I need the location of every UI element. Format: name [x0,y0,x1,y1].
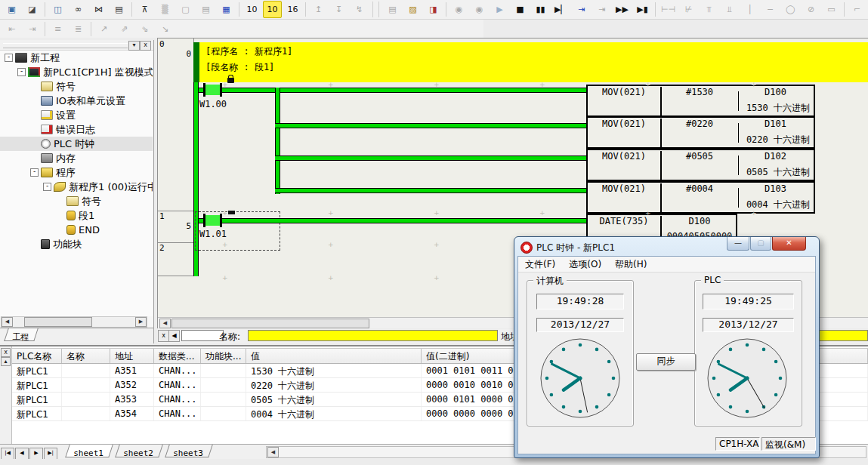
tree-item-符号[interactable]: 符号 [0,79,153,94]
contact-label: W1.00 [187,99,239,109]
expander-icon[interactable]: - [17,68,26,76]
tools-icon[interactable]: ◪ [23,1,42,18]
watch-cell: A353 [110,393,154,406]
grid-mark: + [328,81,334,88]
scan-run-icon[interactable]: ▶▮ [633,1,652,18]
grid-mark: + [645,81,651,88]
step-into-icon[interactable]: ⇥ [572,1,591,18]
tree-item-新PLC1[CP1H] 监视模式[interactable]: -新PLC1[CP1H] 监视模式 [0,65,153,79]
workspace-close-icon[interactable]: x [140,41,151,51]
tree-item-PLC 时钟[interactable]: PLC 时钟 [0,137,153,151]
name-field[interactable] [248,330,498,341]
watch-column-header[interactable]: 值 [246,349,422,363]
tree-horizontal-scrollbar[interactable]: ◀ ▶ [1,316,147,328]
expander-icon[interactable]: - [30,168,39,177]
menu-file[interactable]: 文件(F) [518,258,562,271]
expander-icon[interactable]: - [43,183,51,191]
dialog-titlebar[interactable]: PLC 时钟 - 新PLC1 [520,241,615,254]
watch-cell [201,364,246,377]
watch-column-header[interactable]: 数据类... [154,349,201,363]
rung-margin: 0 0 1 5 2 [158,38,194,276]
watch-column-header[interactable]: PLC名称 [12,349,62,363]
sheet-nav-icon[interactable]: ▶ [29,448,43,460]
menu-help[interactable]: 帮助(H) [608,258,653,271]
decimal-monitor-icon[interactable]: 10 [242,1,261,18]
tree-item-程序[interactable]: -程序 [0,165,153,180]
tree-item-label: 错误日志 [56,123,95,137]
tree-item-新工程[interactable]: -新工程 [0,51,153,65]
binary-monitor-icon[interactable]: ▦ [217,1,236,18]
continuous-step-icon[interactable]: ▶▶ [613,1,632,18]
sheet-nav-icon[interactable]: ▶| [44,448,57,460]
scroll-left-icon[interactable]: ◀ [267,447,279,457]
tree-item-IO表和单元设置[interactable]: IO表和单元设置 [0,94,153,108]
watch-collapse-icon[interactable]: ▴ [1,357,11,366]
transfer-changes-icon[interactable]: ◨ [424,1,443,18]
scroll-left-icon[interactable]: ◀ [159,319,171,328]
sheet-tab-sheet1[interactable]: sheet1 [65,445,113,457]
tree-item-功能块[interactable]: 功能块 [0,237,153,251]
tree-item-错误日志[interactable]: 错误日志 [0,122,153,137]
close-bar-icon[interactable]: x [158,330,169,342]
instruction-block-MOV(021)[interactable]: MOV(021)#0505D1020505 十六进制 [586,149,815,181]
workspace-grip[interactable]: ▾ x [0,40,153,51]
instruction-icon: ▭ [822,1,841,18]
watch-window-icon[interactable]: ⊼ [135,1,154,18]
plc-clock-dialog[interactable]: PLC 时钟 - 新PLC1 — ▢ ✕ 文件(F) 选项(O) 帮助(H) 计… [514,236,820,458]
rung-margin-cell: 2 [158,242,193,276]
watch-cell: 1530 十六进制 [246,364,422,377]
decimal-force-icon[interactable]: 10 [263,1,282,18]
monitor-view-icon[interactable]: ◫ [48,1,67,18]
instruction-name: MOV(021) [588,119,662,148]
properties-icon[interactable]: ▤ [110,1,128,18]
online-edit-icon[interactable]: ▨ [403,1,422,18]
project-view-icon[interactable]: ▣ [2,1,21,18]
tree-item-段1[interactable]: 段1 [0,208,153,223]
branch-vertical-line [275,88,280,194]
scroll-left-icon[interactable]: ◀ [2,317,13,327]
scroll-right-icon[interactable]: ▶ [135,317,147,327]
contact-label: W1.01 [187,229,239,239]
expander-icon[interactable]: - [5,54,13,62]
tab-project[interactable]: 工程 [4,328,39,341]
find-icon[interactable]: ∞ [69,1,88,18]
collapse-bar-icon[interactable]: ◀ [168,330,180,342]
watch-column-header[interactable]: 地址 [110,349,154,363]
computer-time: 19:49:28 [536,294,624,309]
work-online-icon[interactable]: ⋈ [89,1,108,18]
tree-item-符号[interactable]: 符号 [0,194,153,208]
rung-comment-block[interactable]: [程序名 : 新程序1] [段名称 : 段1] [199,42,868,82]
instruction-block-MOV(021)[interactable]: MOV(021)#0220D1010220 十六进制 [586,116,815,149]
watch-cell: A351 [110,364,154,377]
tree-item-label: 新PLC1[CP1H] 监视模式 [43,66,153,79]
rung-number: 0 [159,39,165,49]
step-run-icon[interactable]: ▶▏ [551,1,570,18]
sheet-nav-icon[interactable]: |◀ [1,448,14,460]
watch-column-header[interactable]: 功能块... [201,349,246,363]
watch-close-icon[interactable]: x [1,348,11,357]
pause-icon[interactable]: ▮▮ [531,1,550,18]
instruction-block-MOV(021)[interactable]: MOV(021)#0004D1030004 十六进制 [586,181,815,214]
toolbar-separator [91,22,91,36]
tree-item-END[interactable]: END [0,223,153,237]
scroll-thumb[interactable] [171,319,369,328]
watch-column-header[interactable]: 名称 [62,349,110,363]
close-button[interactable]: ✕ [772,237,806,251]
menu-options[interactable]: 选项(O) [562,258,608,271]
tree-item-内存[interactable]: 内存 [0,151,153,165]
scroll-thumb[interactable] [24,317,92,327]
symbol-combo[interactable] [181,330,224,341]
stop-icon[interactable]: ■ [511,1,530,18]
dialog-client-area: 文件(F) 选项(O) 帮助(H) 计算机 19:49:28 2013/12/2… [517,256,816,454]
sheet-nav-icon[interactable]: ◀ [15,448,29,460]
sheet-tab-sheet2[interactable]: sheet2 [115,445,162,457]
hex-monitor-icon[interactable]: 16 [283,1,302,18]
tree-item-新程序1 (00)运行中[interactable]: -新程序1 (00)运行中 [0,180,153,194]
sync-button[interactable]: 同步 [636,353,696,371]
workspace-menu-icon[interactable]: ▾ [128,41,140,51]
instruction-block-MOV(021)[interactable]: MOV(021)#1530D1001530 十六进制 [586,85,815,117]
main-toolbar: ▣◪◫∞⋈▤⊼▒▢▤▦101016↥↧↯▤▨◨◉◉▶■▮▮▶▏⇥⇥▶▶▶▮⊢⊣⊬… [0,0,868,20]
minimize-button[interactable]: — [727,237,749,251]
tree-item-设置[interactable]: 设置 [0,108,153,122]
sheet-tab-sheet3[interactable]: sheet3 [165,445,212,457]
